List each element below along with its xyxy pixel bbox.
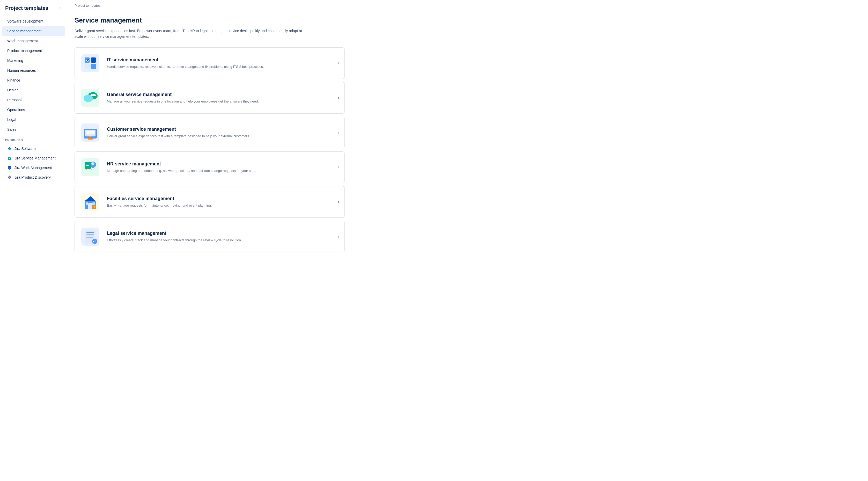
svg-rect-28 xyxy=(92,203,95,205)
legal-service-icon xyxy=(80,226,101,247)
svg-rect-4 xyxy=(91,58,96,63)
svg-rect-6 xyxy=(91,64,96,69)
sidebar-product-jira-work[interactable]: Jira Work Management xyxy=(2,163,65,173)
svg-rect-35 xyxy=(87,237,93,238)
svg-point-1 xyxy=(9,177,10,178)
sidebar-product-jira-service[interactable]: Jira Service Management xyxy=(2,153,65,163)
products-section-label: PRODUCTS xyxy=(0,134,67,144)
page-title: Service management xyxy=(74,16,345,24)
chevron-right-icon: › xyxy=(338,130,339,135)
svg-rect-5 xyxy=(85,64,90,69)
sidebar-item-marketing[interactable]: Marketing xyxy=(2,56,65,65)
jira-service-icon xyxy=(7,156,12,160)
card-title: HR service management xyxy=(107,161,334,167)
sidebar-products: Jira Software Jira Service Management Ji… xyxy=(0,144,67,182)
sidebar-item-sales[interactable]: Sales xyxy=(2,125,65,134)
card-description: Deliver great service experiences fast w… xyxy=(107,133,288,139)
page-description: Deliver great service experiences fast. … xyxy=(74,28,307,40)
card-general-service[interactable]: General service managementManage all you… xyxy=(74,82,345,114)
jira-discovery-icon xyxy=(7,175,12,180)
sidebar-item-service-management[interactable]: Service management xyxy=(2,26,65,36)
card-body-facilities-service: Facilities service managementEasily mana… xyxy=(107,196,334,208)
cards-list: IT service managementHandle service requ… xyxy=(74,48,345,252)
chevron-right-icon: › xyxy=(338,60,339,66)
card-description: Manage all your service requests in one … xyxy=(107,99,288,104)
sidebar-product-jira-software[interactable]: Jira Software xyxy=(2,144,65,153)
chevron-right-icon: › xyxy=(338,164,339,170)
card-customer-service[interactable]: Customer service managementDeliver great… xyxy=(74,117,345,148)
chevron-right-icon: › xyxy=(338,234,339,239)
jira-work-icon xyxy=(7,166,12,170)
svg-rect-34 xyxy=(87,236,92,236)
sidebar-item-operations[interactable]: Operations xyxy=(2,105,65,114)
card-facilities-service[interactable]: Facilities service managementEasily mana… xyxy=(74,186,345,218)
chevron-right-icon: › xyxy=(338,95,339,100)
card-description: Effortlessly create, track and manage yo… xyxy=(107,238,288,243)
svg-rect-18 xyxy=(86,131,95,134)
sidebar-item-finance[interactable]: Finance xyxy=(2,76,65,85)
svg-point-12 xyxy=(94,94,96,96)
svg-rect-33 xyxy=(87,234,94,235)
main-content: Service management Deliver great service… xyxy=(67,11,352,263)
sidebar-header: Project templates × xyxy=(0,5,67,16)
card-body-hr-service: HR service managementManage onboarding a… xyxy=(107,161,334,174)
card-description: Easily manage requests for maintenance, … xyxy=(107,203,288,208)
breadcrumb: Project templates xyxy=(67,0,868,11)
product-label: Jira Software xyxy=(14,147,36,151)
hr-service-icon xyxy=(80,157,101,178)
card-description: Manage onboarding and offboarding, answe… xyxy=(107,168,288,174)
facilities-service-icon xyxy=(80,191,101,212)
product-label: Jira Work Management xyxy=(14,166,52,170)
sidebar-product-jira-discovery[interactable]: Jira Product Discovery xyxy=(2,173,65,182)
card-legal-service[interactable]: Legal service managementEffortlessly cre… xyxy=(74,221,345,252)
sidebar-nav: Software developmentService managementWo… xyxy=(0,16,67,134)
svg-rect-2 xyxy=(81,54,99,72)
card-body-it-service: IT service managementHandle service requ… xyxy=(107,57,334,69)
card-title: Facilities service management xyxy=(107,196,334,202)
sidebar-item-personal[interactable]: Personal xyxy=(2,95,65,104)
main-panel: Project templates Service management Del… xyxy=(67,0,868,481)
svg-rect-26 xyxy=(88,203,92,209)
chevron-right-icon: › xyxy=(338,199,339,205)
card-title: IT service management xyxy=(107,57,334,63)
sidebar-item-software-development[interactable]: Software development xyxy=(2,17,65,26)
close-icon[interactable]: × xyxy=(59,5,62,11)
sidebar: Project templates × Software development… xyxy=(0,0,67,481)
it-service-icon xyxy=(80,53,101,73)
sidebar-item-human-resources[interactable]: Human resources xyxy=(2,66,65,75)
sidebar-item-design[interactable]: Design xyxy=(2,85,65,95)
card-body-customer-service: Customer service managementDeliver great… xyxy=(107,127,334,139)
card-it-service[interactable]: IT service managementHandle service requ… xyxy=(74,48,345,79)
card-hr-service[interactable]: HR service managementManage onboarding a… xyxy=(74,151,345,183)
card-body-legal-service: Legal service managementEffortlessly cre… xyxy=(107,231,334,243)
svg-rect-27 xyxy=(86,203,88,205)
card-title: General service management xyxy=(107,92,334,97)
svg-rect-32 xyxy=(87,232,94,233)
svg-point-21 xyxy=(91,162,94,166)
sidebar-item-work-management[interactable]: Work management xyxy=(2,36,65,46)
sidebar-item-legal[interactable]: Legal xyxy=(2,115,65,124)
svg-rect-17 xyxy=(88,138,93,140)
general-service-icon xyxy=(80,88,101,108)
card-body-general-service: General service managementManage all you… xyxy=(107,92,334,104)
product-label: Jira Product Discovery xyxy=(14,175,51,179)
jira-software-icon xyxy=(7,146,12,151)
card-title: Customer service management xyxy=(107,127,334,132)
sidebar-title: Project templates xyxy=(5,5,49,11)
card-description: Handle service requests, resolve inciden… xyxy=(107,64,288,69)
customer-service-icon xyxy=(80,122,101,143)
card-title: Legal service management xyxy=(107,231,334,236)
sidebar-item-product-management[interactable]: Product management xyxy=(2,46,65,55)
product-label: Jira Service Management xyxy=(14,156,56,160)
